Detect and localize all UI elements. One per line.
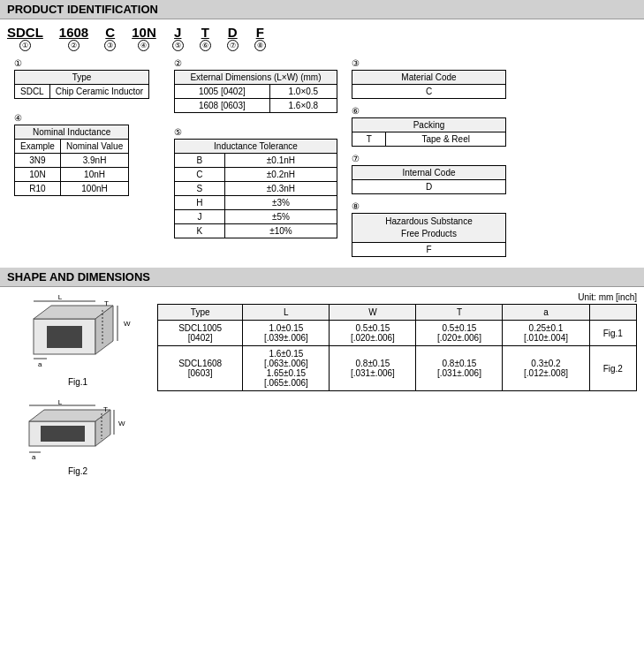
unit-note: Unit: mm [inch]	[157, 292, 637, 302]
dim-table: Type L W T a SDCL1005[0402] 1.0±0.15[.03…	[157, 304, 637, 391]
fig1-svg: L W T a	[7, 292, 140, 372]
table-row: SDCL1005[0402] 1.0±0.15[.039±.006] 0.5±0…	[158, 321, 637, 346]
block4-sub1: Example	[15, 140, 61, 154]
dim-th-T: T	[416, 305, 503, 321]
svg-text:T: T	[104, 299, 109, 307]
block5-header: Inductance Tolerance	[175, 140, 337, 154]
svg-rect-15	[41, 426, 85, 442]
b5r2c1: C	[175, 168, 225, 182]
block4-r2c1: 10N	[15, 168, 61, 182]
dim-a-1: 0.25±0.1[.010±.004]	[503, 321, 589, 346]
dim-L-2: 1.6±0.15[.063±.006]1.65±0.15[.065±.006]	[243, 346, 330, 391]
product-id-section: PRODUCT IDENTIFICATION SDCL ① 1608 ② C ③…	[0, 0, 644, 268]
block1-table: Type SDCL Chip Ceramic Inductor	[14, 70, 149, 99]
block4-r1c2: 3.9nH	[60, 154, 128, 168]
block2-r1c1: 1005 [0402]	[175, 85, 270, 99]
block2-r2c2: 1.6×0.8	[269, 99, 337, 113]
b5r4c1: H	[175, 196, 225, 210]
block3: ③ Material Code C	[352, 58, 506, 99]
details-outer: ① Type SDCL Chip Ceramic Inductor ④ Nomi…	[7, 55, 637, 264]
pn-code-c: C	[105, 25, 115, 40]
block7-table: Internal Code D	[352, 165, 506, 194]
part-number-row: SDCL ① 1608 ② C ③ 10N ④ J ⑤ T ⑥	[7, 25, 637, 51]
block1-row1-col1: SDCL	[15, 85, 50, 99]
b7r1: D	[352, 180, 506, 194]
pn-t: T ⑥	[200, 25, 211, 51]
block8-header: Hazardous SubstanceFree Products	[352, 214, 506, 243]
dim-a-2: 0.3±0.2[.012±.008]	[503, 346, 589, 391]
product-id-header: PRODUCT IDENTIFICATION	[0, 0, 644, 19]
b5r3c1: S	[175, 182, 225, 196]
figures-col: L W T a Fig.1	[7, 292, 148, 476]
fig2-svg: L W T a	[7, 399, 140, 461]
block1: ① Type SDCL Chip Ceramic Inductor	[14, 58, 160, 99]
dim-th-type: Type	[158, 305, 243, 321]
pn-code-d: D	[228, 25, 238, 40]
shape-dimensions-section: SHAPE AND DIMENSIONS	[0, 268, 644, 481]
svg-text:L: L	[58, 293, 63, 301]
block8-label: ⑧	[352, 201, 506, 211]
dim-th-W: W	[330, 305, 416, 321]
block6: ⑥ Packing T Tape & Reel	[352, 106, 506, 147]
block3-label: ③	[352, 58, 506, 68]
b5r2c2: ±0.2nH	[224, 168, 337, 182]
block4-sub2: Nominal Value	[60, 140, 128, 154]
b3r1: C	[352, 85, 506, 99]
dim-type-1: SDCL1005[0402]	[158, 321, 243, 346]
block1-label: ①	[14, 58, 160, 68]
block4-table: Nominal Inductance Example Nominal Value…	[14, 125, 129, 196]
block8-table: Hazardous SubstanceFree Products F	[352, 213, 506, 257]
shape-dimensions-header: SHAPE AND DIMENSIONS	[0, 268, 644, 287]
block6-label: ⑥	[352, 106, 506, 116]
pn-code-f: F	[256, 25, 264, 40]
b5r1c1: B	[175, 154, 225, 168]
svg-text:W: W	[124, 320, 131, 328]
b8r1: F	[352, 243, 506, 257]
pn-code-t: T	[201, 25, 209, 40]
dim-th-fig	[589, 305, 636, 321]
dim-T-2: 0.8±0.15[.031±.006]	[416, 346, 503, 391]
pn-10n: 10N ④	[132, 25, 156, 51]
dim-L-1: 1.0±0.15[.039±.006]	[243, 321, 330, 346]
dim-W-1: 0.5±0.15[.020±.006]	[330, 321, 416, 346]
pn-code-1608: 1608	[59, 25, 88, 40]
block8: ⑧ Hazardous SubstanceFree Products F	[352, 201, 506, 257]
b5r5c1: J	[175, 210, 225, 224]
svg-text:L: L	[58, 399, 63, 406]
pn-code-sdcl: SDCL	[7, 25, 43, 40]
table-row: SDCL1608[0603] 1.6±0.15[.063±.006]1.65±0…	[158, 346, 637, 391]
block7-header: Internal Code	[352, 166, 506, 180]
shape-content-area: L W T a Fig.1	[0, 287, 644, 481]
svg-rect-3	[47, 326, 82, 348]
pn-code-10n: 10N	[132, 25, 156, 40]
fig2-label: Fig.2	[7, 466, 148, 476]
dim-W-2: 0.8±0.15[.031±.006]	[330, 346, 416, 391]
block4-r2c2: 10nH	[60, 168, 128, 182]
svg-text:T: T	[103, 405, 108, 413]
b5r6c1: K	[175, 224, 225, 238]
b6r1c1: T	[352, 132, 386, 147]
block6-header: Packing	[352, 118, 506, 132]
block7-label: ⑦	[352, 154, 506, 163]
dim-type-2: SDCL1608[0603]	[158, 346, 243, 391]
block1-header: Type	[15, 71, 149, 85]
b5r1c2: ±0.1nH	[224, 154, 337, 168]
pn-1608: 1608 ②	[59, 25, 88, 51]
dim-th-a: a	[503, 305, 589, 321]
dim-th-L: L	[243, 305, 330, 321]
pn-j: J ⑤	[172, 25, 184, 51]
block4: ④ Nominal Inductance Example Nominal Val…	[14, 113, 160, 196]
block5: ⑤ Inductance Tolerance B±0.1nH C±0.2nH S…	[174, 127, 337, 238]
pn-f: F ⑧	[254, 25, 266, 51]
b6r1c2: Tape & Reel	[386, 132, 506, 147]
col3: ③ Material Code C ⑥ Packing T Tape & Ree…	[352, 58, 506, 257]
dim-fig-2: Fig.2	[589, 346, 636, 391]
block2-r1c2: 1.0×0.5	[269, 85, 337, 99]
dim-table-wrap: Unit: mm [inch] Type L W T a	[157, 292, 637, 391]
block2-header: External Dimensions (L×W) (mm)	[175, 71, 337, 85]
block4-header: Nominal Inductance	[15, 125, 129, 140]
b5r3c2: ±0.3nH	[224, 182, 337, 196]
block3-table: Material Code C	[352, 70, 506, 99]
svg-text:a: a	[38, 360, 42, 368]
block3-header: Material Code	[352, 71, 506, 85]
